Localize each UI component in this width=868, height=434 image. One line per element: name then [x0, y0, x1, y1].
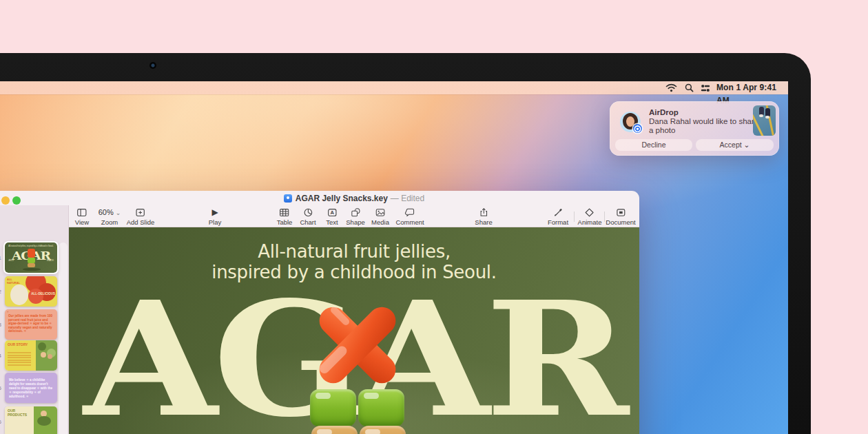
- thumb-caption-right: SNACK: [47, 259, 54, 262]
- window-titlebar: AGAR Jelly Snacks.key— Edited: [69, 191, 639, 205]
- table-button[interactable]: Table: [277, 207, 293, 226]
- table-label: Table: [277, 218, 293, 226]
- play-button[interactable]: ▶ Play: [209, 207, 221, 226]
- airdrop-badge-icon: [633, 124, 642, 133]
- thumb-photo: [36, 340, 57, 371]
- media-button[interactable]: Media: [371, 207, 389, 226]
- slide-thumbnail-5[interactable]: We believe ✳ a childlike delight for swe…: [5, 373, 57, 403]
- add-slide-icon: [127, 207, 155, 218]
- chart-label: Chart: [300, 218, 316, 226]
- chart-button[interactable]: Chart: [300, 207, 316, 226]
- jelly-amber: [28, 263, 35, 267]
- thumb-body-text: We believe ✳ a childlike delight for swe…: [9, 378, 53, 399]
- slide-canvas[interactable]: All-natural fruit jellies, inspired by a…: [69, 227, 639, 434]
- menu-bar: Mon 1 Apr 9:41 AM: [0, 81, 788, 94]
- media-label: Media: [371, 218, 389, 226]
- shape-button[interactable]: Shape: [346, 207, 364, 226]
- avatar-face: [626, 116, 634, 127]
- thumb-photo: [34, 406, 57, 434]
- share-label: Share: [475, 218, 492, 226]
- text-icon: A: [326, 207, 338, 218]
- jelly-cube-amber: [360, 426, 406, 434]
- zoom-window-button[interactable]: [12, 196, 21, 205]
- zoom-label: Zoom: [99, 218, 121, 226]
- format-button[interactable]: Format: [548, 207, 568, 226]
- thumb-headline: All-natural fruit jellies, inspired by a…: [8, 245, 54, 247]
- shoe-tip: [759, 114, 763, 117]
- media-icon: [371, 207, 389, 218]
- toolbar-divider: [604, 211, 605, 222]
- minimize-button[interactable]: [1, 196, 10, 205]
- screen-wallpaper: Mon 1 Apr 9:41 AM AirDrop Dana Rahal wou…: [0, 81, 788, 434]
- slide-number: 2: [0, 289, 1, 295]
- play-label: Play: [209, 218, 221, 226]
- thumb-header: ✳: [7, 311, 9, 313]
- accept-label: Accept: [720, 141, 742, 149]
- webcam-dot: [149, 62, 156, 69]
- thumb-left-panel: OUR STORY: [5, 340, 36, 371]
- document-icon: [606, 207, 635, 218]
- comment-label: Comment: [395, 218, 424, 226]
- cream-jelly-blob: [10, 285, 28, 305]
- animate-button[interactable]: Animate: [578, 207, 602, 226]
- document-label: Document: [606, 218, 635, 226]
- thumb-caption-left: JELLY: [8, 259, 14, 262]
- red-jelly-blob: [28, 289, 43, 304]
- thumb-text-top: ALL NATURAL: [7, 278, 22, 285]
- svg-text:A: A: [330, 209, 334, 216]
- zoom-control[interactable]: 60% ⌄ Zoom: [99, 207, 121, 226]
- edited-status: — Edited: [391, 194, 424, 203]
- slide-number: 3: [0, 322, 1, 328]
- slide-thumbnail-3[interactable]: ✳ Our jellies are made from 100 percent …: [5, 309, 57, 340]
- thumb-title: OUR STORY: [8, 343, 28, 347]
- jelly-cube-green: [310, 389, 356, 426]
- thumb-text-bottom: ALL-DELICIOUS: [31, 292, 55, 296]
- view-button[interactable]: View: [75, 207, 89, 226]
- keynote-toolbar: View 60% ⌄ Zoom Add Slide ▶ Play Table: [69, 205, 639, 227]
- text-label: Text: [326, 218, 338, 226]
- airdrop-notification[interactable]: AirDrop Dana Rahal would like to share a…: [610, 101, 779, 156]
- play-icon: ▶: [209, 207, 221, 218]
- share-icon: [475, 207, 492, 218]
- notification-message-line2: a photo: [649, 126, 675, 134]
- accept-button[interactable]: Accept ⌄: [696, 139, 774, 151]
- notification-title: AirDrop: [649, 108, 679, 116]
- jelly-red: [28, 249, 35, 258]
- animate-label: Animate: [578, 218, 602, 226]
- shape-icon: [346, 207, 364, 218]
- search-icon[interactable]: [685, 83, 694, 92]
- notification-message-line1: Dana Rahal would like to share: [649, 117, 758, 125]
- decline-button[interactable]: Decline: [615, 139, 692, 151]
- comment-button[interactable]: Comment: [395, 207, 424, 226]
- text-button[interactable]: A Text: [326, 207, 338, 226]
- view-label: View: [75, 218, 89, 226]
- document-button[interactable]: Document: [606, 207, 635, 226]
- jelly-cube-green: [358, 389, 404, 426]
- keynote-app-icon: [284, 194, 292, 203]
- jelly-green: [28, 258, 35, 263]
- foliage-blob: [38, 342, 46, 351]
- shoe-tip: [765, 116, 769, 118]
- slide-thumbnail-1[interactable]: All-natural fruit jellies, inspired by a…: [5, 242, 57, 273]
- slide-thumbnail-2[interactable]: ALL NATURAL ALL-DELICIOUS: [5, 276, 57, 307]
- slide-thumbnail-6[interactable]: OUR PRODUCTS: [5, 406, 57, 434]
- slide-headline-line1[interactable]: All-natural fruit jellies,: [69, 241, 639, 262]
- menu-bar-clock[interactable]: Mon 1 Apr 9:41 AM: [716, 81, 785, 94]
- figure-blob: [37, 416, 51, 426]
- slide-number: 5: [0, 385, 1, 391]
- wifi-icon[interactable]: [665, 83, 677, 92]
- navigator-scrollbar[interactable]: [59, 242, 68, 434]
- slide-navigator: 1 All-natural fruit jellies, inspired by…: [0, 205, 69, 434]
- comment-icon: [395, 207, 424, 218]
- slide-thumbnail-4[interactable]: OUR STORY: [5, 340, 57, 371]
- shape-label: Shape: [346, 218, 364, 226]
- share-button[interactable]: Share: [475, 207, 492, 226]
- add-slide-button[interactable]: Add Slide: [127, 207, 155, 226]
- chevron-down-icon: ⌄: [116, 209, 121, 216]
- format-label: Format: [548, 218, 568, 226]
- chart-icon: [300, 207, 316, 218]
- jelly-cube-amber: [311, 426, 358, 434]
- document-title: AGAR Jelly Snacks.key: [296, 194, 388, 203]
- control-center-icon[interactable]: [700, 84, 711, 92]
- jelly-stack[interactable]: [303, 293, 412, 434]
